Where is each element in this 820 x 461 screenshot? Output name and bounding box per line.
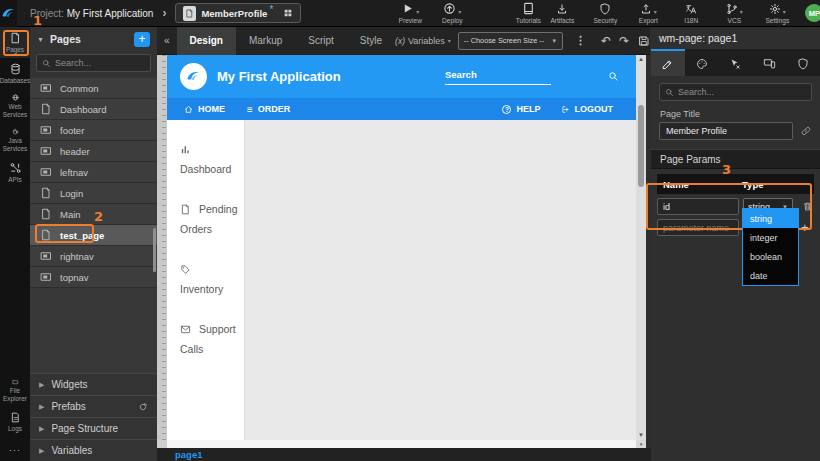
preview-button[interactable]: ▾ Preview [393, 2, 427, 24]
variables-button[interactable]: (x)Variables▾ [395, 36, 451, 46]
mail-icon [180, 324, 191, 335]
inspector-search-input[interactable] [678, 87, 798, 97]
branch-icon [726, 3, 738, 15]
type-option-integer[interactable]: integer [743, 228, 798, 247]
settings-button[interactable]: ▾ Settings [760, 3, 794, 24]
scroll-down-arrow[interactable]: ▼ [636, 431, 646, 440]
collapse-triangle-icon[interactable]: ▼ [37, 36, 44, 43]
menu-item-logout[interactable]: LOGOUT [561, 104, 614, 114]
rail-item-web-services[interactable]: Web Services [0, 89, 30, 123]
new-param-name-input[interactable] [657, 219, 739, 236]
security-button[interactable]: Security [588, 3, 622, 24]
page-item-test-page[interactable]: test_page [30, 225, 157, 246]
studio-logo-icon[interactable] [0, 0, 17, 27]
tab-style[interactable]: Style [347, 27, 395, 55]
app-search-input[interactable]: Search [445, 68, 551, 85]
nav-item-support-calls[interactable]: Support Calls [167, 310, 244, 370]
nav-item-inventory[interactable]: Inventory [167, 250, 244, 310]
add-page-button[interactable]: + [134, 32, 150, 47]
canvas-horizontal-scrollbar[interactable] [167, 440, 636, 448]
user-avatar[interactable]: MP [805, 4, 820, 22]
page-item-leftnav[interactable]: leftnav [30, 162, 157, 183]
rail-item-databases[interactable]: Databases [0, 58, 30, 89]
pages-search-input[interactable] [55, 58, 141, 68]
page-item-rightnav[interactable]: rightnav [30, 246, 157, 267]
app-body: Dashboard Pending Orders Inventory Suppo… [167, 120, 636, 440]
page-title-input[interactable] [659, 122, 793, 140]
menu-item-help[interactable]: ?HELP [502, 104, 540, 114]
kebab-menu-icon[interactable]: ⋮ [575, 34, 586, 47]
collapse-panel-icon[interactable]: « [164, 35, 170, 46]
pages-list-scrollbar[interactable] [153, 228, 156, 272]
bind-link-icon[interactable] [800, 125, 812, 137]
grid-view-icon[interactable] [283, 8, 293, 18]
tab-script[interactable]: Script [295, 27, 347, 55]
save-button[interactable] [638, 35, 650, 47]
deploy-button[interactable]: ▾ Deploy [435, 2, 469, 24]
pages-icon [9, 32, 22, 44]
redo-button[interactable]: ↷ [619, 35, 629, 47]
nav-item-dashboard[interactable]: Dashboard [167, 130, 244, 190]
chevron-down-icon: ▾ [458, 8, 461, 15]
unsaved-indicator: * [269, 4, 273, 15]
tab-styles[interactable] [685, 49, 719, 76]
rail-item-pages[interactable]: Pages [0, 27, 30, 58]
add-param-icon[interactable]: + [801, 221, 809, 234]
variables-icon: (x) [395, 36, 405, 46]
tab-security[interactable] [786, 49, 820, 76]
page-item-header[interactable]: header [30, 141, 157, 162]
chevron-down-icon: ▼ [551, 38, 557, 44]
page-item-common[interactable]: Common [30, 78, 157, 99]
undo-button[interactable]: ↶ [601, 35, 611, 47]
export-button[interactable]: ▾ Export [631, 3, 665, 24]
topbar-right-actions: Artifacts Security ▾ Export I18N ▾ VCS ▾… [545, 3, 820, 24]
globe-icon [9, 94, 22, 101]
i18n-button[interactable]: I18N [674, 3, 708, 24]
search-icon[interactable] [608, 71, 619, 82]
screen-size-select[interactable]: -- Choose Screen Size --▼ [458, 32, 563, 50]
active-page-link[interactable]: page1 [175, 449, 202, 460]
rail-item-file-explorer[interactable]: File Explorer [0, 374, 30, 407]
page-params-header[interactable]: Page Params [651, 149, 820, 169]
section-variables[interactable]: ▶Variables [30, 439, 157, 461]
annotation-step-1: 1 [33, 13, 42, 28]
section-page-structure[interactable]: ▶Page Structure [30, 417, 157, 439]
app-header: My First Application Search [167, 55, 636, 98]
page-item-dashboard[interactable]: Dashboard [30, 99, 157, 120]
menu-item-home[interactable]: HOME [184, 104, 225, 114]
scrollbar-thumb[interactable] [638, 105, 644, 187]
type-option-string[interactable]: string [743, 209, 798, 228]
page-icon [40, 229, 52, 241]
file-tab-memberprofile[interactable]: MemberProfile * [175, 3, 301, 23]
canvas-ruler [157, 55, 167, 440]
tab-properties[interactable] [651, 49, 685, 76]
canvas-statusbar: page1 [157, 448, 651, 461]
type-option-boolean[interactable]: boolean [743, 247, 798, 266]
tutorials-button[interactable]: Tutorials [511, 2, 545, 24]
section-widgets[interactable]: ▶Widgets [30, 373, 157, 395]
page-item-footer[interactable]: footer [30, 120, 157, 141]
rail-item-logs[interactable]: Logs [0, 407, 30, 437]
delete-param-icon[interactable] [802, 201, 813, 212]
menu-item-order[interactable]: ≡ORDER [247, 104, 290, 115]
scroll-up-arrow[interactable]: ▲ [636, 55, 646, 64]
rail-item-apis[interactable]: APIs [0, 157, 30, 188]
tab-design[interactable]: Design [177, 27, 236, 55]
canvas-vertical-scrollbar[interactable]: ▲ ▼ [636, 55, 646, 440]
play-icon [401, 2, 414, 15]
refresh-icon[interactable] [138, 402, 148, 412]
rail-more-button[interactable]: ··· [9, 437, 21, 461]
vcs-button[interactable]: ▾ VCS [717, 3, 751, 24]
page-item-topnav[interactable]: topnav [30, 267, 157, 288]
artifacts-button[interactable]: Artifacts [545, 3, 579, 24]
app-content-area[interactable] [245, 120, 636, 440]
rail-item-java-services[interactable]: Java Services [0, 123, 30, 157]
nav-item-pending-orders[interactable]: Pending Orders [167, 190, 244, 250]
param-name-input[interactable] [657, 198, 739, 215]
tab-device[interactable] [752, 49, 786, 76]
page-item-login[interactable]: Login [30, 183, 157, 204]
type-option-date[interactable]: date [743, 266, 798, 285]
tab-markup[interactable]: Markup [236, 27, 295, 55]
section-prefabs[interactable]: ▶Prefabs [30, 395, 157, 417]
tab-events[interactable] [719, 49, 753, 76]
